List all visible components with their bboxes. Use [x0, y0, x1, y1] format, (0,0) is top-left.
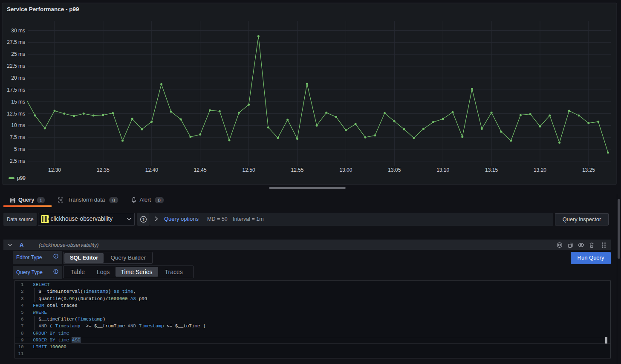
svg-text:25 ms: 25 ms	[11, 51, 25, 57]
svg-text:Alert: Alert	[140, 196, 151, 203]
svg-text:10 ms: 10 ms	[11, 122, 25, 128]
svg-text:13:00: 13:00	[339, 167, 352, 173]
svg-text:15 ms: 15 ms	[11, 99, 25, 105]
svg-text:13:25: 13:25	[582, 167, 595, 173]
svg-text:Transform data: Transform data	[68, 196, 105, 203]
svg-text:12.5 ms: 12.5 ms	[7, 111, 25, 117]
svg-text:17.5 ms: 17.5 ms	[7, 87, 25, 93]
svg-text:2.5 ms: 2.5 ms	[10, 158, 25, 164]
svg-text:20 ms: 20 ms	[11, 75, 25, 81]
svg-text:Service Performance - p99: Service Performance - p99	[7, 6, 79, 12]
svg-text:12:35: 12:35	[97, 167, 110, 173]
svg-text:?: ?	[142, 217, 145, 222]
svg-text:0: 0	[112, 198, 115, 203]
svg-text:0: 0	[158, 198, 160, 203]
svg-text:12:45: 12:45	[194, 167, 207, 173]
svg-text:12:55: 12:55	[291, 167, 303, 173]
svg-text:13:15: 13:15	[485, 167, 498, 173]
svg-text:5 ms: 5 ms	[14, 146, 25, 152]
svg-text:Query: Query	[18, 196, 35, 203]
svg-text:12:30: 12:30	[48, 167, 61, 173]
svg-text:7.5 ms: 7.5 ms	[10, 134, 25, 140]
svg-text:p99: p99	[17, 175, 26, 181]
svg-text:22.5 ms: 22.5 ms	[7, 63, 25, 69]
svg-text:13:05: 13:05	[388, 167, 401, 173]
svg-text:30 ms: 30 ms	[11, 28, 25, 34]
svg-text:12:50: 12:50	[243, 167, 255, 173]
svg-text:1: 1	[40, 198, 42, 203]
svg-text:12:40: 12:40	[145, 167, 158, 173]
svg-text:13:20: 13:20	[534, 167, 546, 173]
svg-text:13:10: 13:10	[436, 167, 449, 173]
svg-text:27.5 ms: 27.5 ms	[7, 39, 25, 45]
